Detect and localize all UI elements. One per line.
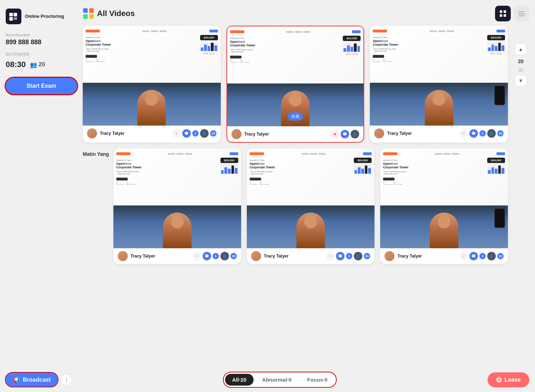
card-actions-2[interactable]: ♥ 💬 👤 [331, 130, 359, 138]
filter-tab-abnormal[interactable]: Abnormal·0 [255, 374, 299, 386]
card-actions-5[interactable]: ♥ 💬 1 👤 10 [326, 252, 370, 260]
person-silhouette-2 [281, 91, 310, 126]
heart-icon-5[interactable]: ♥ [326, 252, 335, 260]
card-screenshot-2: ★★★★★ 4.2 Stars OpenDoorCorporate Tower … [227, 26, 364, 83]
user-icon-2[interactable]: 👤 [351, 130, 359, 138]
fw-navbar [86, 29, 218, 34]
heart-icon-4[interactable]: ♥ [193, 252, 201, 260]
fw-bar-3 [495, 46, 498, 51]
fw-bar-3 [498, 43, 501, 51]
chat-icon-4[interactable]: 💬 [203, 252, 211, 260]
fw-cta-btn-3 [373, 55, 384, 58]
fake-webpage-1: ★★★★★ 4.2 Stars OpenDoorCorporate Tower … [83, 26, 221, 83]
fw-price-labels: $2PM $1.4M [200, 52, 218, 55]
filter-tab-focus[interactable]: Focus·0 [300, 374, 335, 386]
fw-bar-2 [357, 46, 360, 52]
card-actions-6[interactable]: ♥ 💬 1 👤 10 [459, 252, 504, 260]
leave-icon: ⏻ [496, 377, 502, 383]
fw-nav-link-2 [303, 31, 310, 33]
row2-label: Matin Yang [83, 148, 109, 157]
avatar-3 [374, 128, 384, 138]
fw-bar-6 [488, 170, 491, 174]
collect-badge: 收藏 [288, 112, 303, 121]
user-icon-1[interactable]: 👤 [200, 129, 209, 138]
view-controls [495, 6, 529, 21]
user-icon-3[interactable]: 👤 [487, 129, 496, 138]
fw-bar-4 [224, 167, 227, 174]
fw-nav-link-2 [286, 31, 293, 33]
fw-chart-3 [487, 41, 505, 52]
card-actions-1[interactable]: ♥ 💬 1 👤 10 [172, 129, 216, 138]
badge-count-2: 10 [210, 130, 216, 137]
fw-price-6: $24,000 [487, 158, 505, 163]
camera-feed-4 [113, 205, 241, 248]
scroll-down-button[interactable]: ▼ [515, 75, 526, 86]
video-row-1: ★★★★★ 4.2 Stars OpenDoorCorporate Tower … [83, 26, 508, 143]
video-card-4: ★★★★★ 4.2 Stars OpenDoorCorporate Tower … [113, 148, 241, 264]
user-icon-6[interactable]: 👤 [487, 252, 496, 260]
video-card-2: ★★★★★ 4.2 Stars OpenDoorCorporate Tower … [226, 26, 365, 143]
fw-nav-links-3 [430, 30, 454, 32]
svg-rect-10 [500, 14, 502, 17]
heart-icon-1[interactable]: ♥ [172, 129, 181, 138]
fw-cta-btn-2 [230, 56, 241, 58]
chat-icon-5[interactable]: 💬 [336, 252, 345, 260]
fw-rating-5: ★★★★★ 4.2 Stars [250, 159, 352, 161]
broadcast-button[interactable]: 📢 Broadcast [6, 373, 58, 387]
fw-title-5: OpenDoorCorporate Tower [250, 162, 352, 169]
fw-register-btn-3 [496, 30, 505, 32]
grid-view-button[interactable] [495, 6, 511, 21]
fw-hero: ★★★★★ 4.2 Stars OpenDoorCorporate Tower … [86, 35, 218, 80]
heart-icon-2[interactable]: ♥ [331, 130, 339, 138]
video-card-1: ★★★★★ 4.2 Stars OpenDoorCorporate Tower … [83, 26, 221, 143]
heart-icon-6[interactable]: ♥ [459, 252, 468, 260]
fw-stat-9: 2k+Corp Towers [250, 182, 258, 185]
chat-icon-6[interactable]: 💬 [469, 252, 478, 260]
badge-count-9: 1 [479, 253, 486, 259]
avatar-4 [118, 251, 128, 261]
heart-icon-3[interactable]: ♥ [459, 129, 468, 138]
fake-webpage-2: ★★★★★ 4.2 Stars OpenDoorCorporate Tower … [227, 26, 364, 83]
broadcast-label: Broadcast [23, 377, 51, 383]
video-row-2: ★★★★★ 4.2 Stars OpenDoorCorporate Tower … [113, 148, 508, 264]
camera-feed-2: 收藏 [227, 83, 364, 126]
fw-register-btn-5 [363, 152, 372, 155]
fw-hero-text-6: ★★★★★ 4.2 Stars OpenDoorCorporate Tower … [383, 158, 485, 203]
fw-bar-6 [491, 167, 494, 174]
fw-price-labels-2: $2PM $1.4M [343, 53, 361, 55]
fw-hero-img-5: $24,000 [354, 158, 372, 203]
fw-bar-3 [501, 45, 504, 51]
fw-subtitle-2: "Join us. We'll help you every– step of … [230, 49, 341, 53]
card-actions-3[interactable]: ♥ 💬 1 👤 10 [459, 129, 504, 138]
fw-price-2: $24,000 [343, 36, 361, 41]
chat-icon-1[interactable]: 💬 [182, 129, 191, 138]
fw-hero-img-2: $24,000 $2PM $1.4M [343, 36, 361, 81]
fake-webpage-3: ★★★★★ 4.2 Stars OpenDoorCorporate Tower … [370, 26, 508, 83]
start-exam-button[interactable]: Start Exam [6, 78, 77, 94]
card-name-2: Tracy Talyer [244, 132, 328, 137]
list-view-button[interactable] [514, 6, 529, 21]
fw-subtitle: "Join us. We'll help you every– step of … [86, 48, 198, 52]
fw-bar-3 [491, 45, 494, 51]
fw-nav-links-6 [435, 153, 459, 155]
fw-bar-6 [501, 168, 504, 174]
leave-button[interactable]: ⏻ Leave [488, 372, 529, 387]
broadcast-more-button[interactable]: ⋮ [61, 374, 72, 386]
fw-stat-1: 2k+Corp Towers [86, 59, 93, 62]
card-actions-4[interactable]: ♥ 💬 1 👤 10 [193, 252, 237, 260]
card-name-3: Tracy Talyer [387, 131, 457, 136]
user-icon-4[interactable]: 👤 [220, 252, 229, 260]
fake-webpage-4: ★★★★★ 4.2 Stars OpenDoorCorporate Tower … [113, 148, 241, 205]
chat-icon-3[interactable]: 💬 [469, 129, 478, 138]
fw-cta-btn-6 [383, 178, 394, 180]
svg-rect-0 [9, 13, 13, 16]
fw-hero-5: ★★★★★ 4.2 Stars OpenDoorCorporate Tower … [250, 158, 372, 203]
fw-price-5: $24,000 [354, 158, 372, 163]
user-icon-5[interactable]: 👤 [354, 252, 362, 260]
scroll-up-button[interactable]: ▲ [515, 44, 526, 55]
chat-icon-2[interactable]: 💬 [341, 130, 349, 138]
fw-subtitle-4: "Join us. We'll help you every– step of … [116, 170, 218, 175]
filter-tab-all[interactable]: All·20 [225, 374, 254, 386]
more-dots-icon: ⋮ [63, 376, 69, 383]
fw-chart-5 [354, 164, 372, 174]
